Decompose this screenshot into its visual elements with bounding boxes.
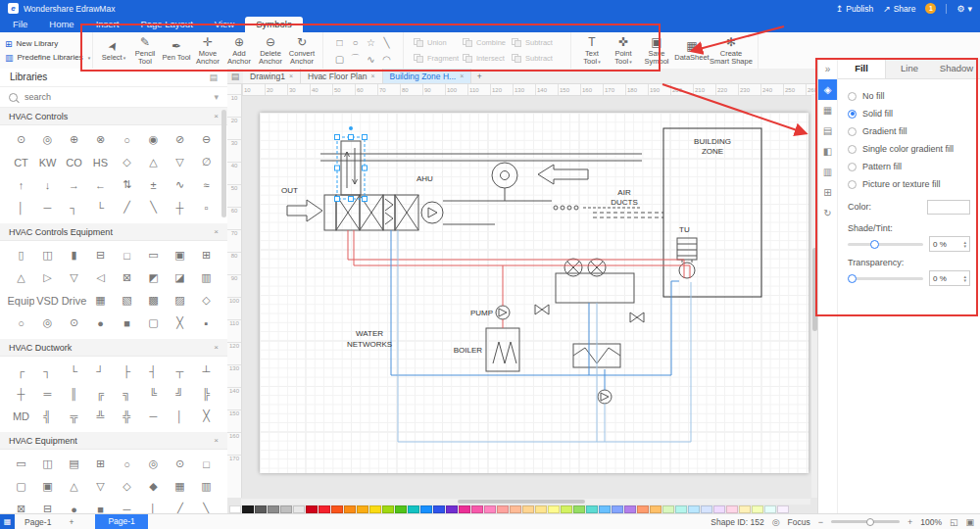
focus-label[interactable]: Focus xyxy=(788,517,810,527)
library-symbol[interactable]: ▣ xyxy=(167,244,193,266)
history-icon[interactable]: ↻ xyxy=(818,203,837,223)
publish-button[interactable]: ↥ Publish xyxy=(836,4,873,14)
color-swatch[interactable] xyxy=(726,505,738,513)
option-no-fill[interactable]: No fill xyxy=(848,87,970,105)
library-symbol[interactable]: ┴ xyxy=(193,360,220,382)
document-tab-active[interactable]: Building Zone H... × xyxy=(383,69,472,83)
color-swatch[interactable] xyxy=(662,505,674,513)
zoom-slider[interactable] xyxy=(831,520,900,523)
sidebar-scrollbar[interactable] xyxy=(221,110,226,217)
library-symbol[interactable]: ▥ xyxy=(193,475,220,498)
boolean-op-button[interactable]: Combine xyxy=(463,35,512,51)
libraries-menu-icon[interactable]: ▤ xyxy=(209,69,218,86)
library-symbol[interactable]: ⊙ xyxy=(61,312,87,334)
library-symbol[interactable]: ↓ xyxy=(34,173,61,196)
page-icon[interactable]: ▥ xyxy=(818,162,837,182)
library-symbol[interactable]: KW xyxy=(34,151,61,173)
background-icon[interactable]: ▤ xyxy=(818,120,837,141)
add-document-button[interactable]: + xyxy=(471,69,487,83)
library-symbol[interactable]: ═ xyxy=(34,382,61,405)
library-symbol[interactable]: ┘ xyxy=(87,360,114,382)
boolean-op-button[interactable]: Fragment xyxy=(414,51,463,67)
add-page-button[interactable]: + xyxy=(61,517,81,527)
library-symbol[interactable]: ▽ xyxy=(61,266,87,289)
library-symbol[interactable]: ○ xyxy=(114,453,140,475)
library-symbol[interactable]: └ xyxy=(87,196,114,218)
library-symbol[interactable]: △ xyxy=(8,266,34,289)
library-symbol[interactable]: ╚ xyxy=(140,382,167,405)
shape-tool-button[interactable]: ▢ xyxy=(332,51,347,67)
color-swatch[interactable] xyxy=(739,505,751,513)
color-swatch[interactable] xyxy=(280,505,292,513)
menu-symbols[interactable]: Symbols xyxy=(245,17,302,32)
library-symbol[interactable]: Drive xyxy=(61,289,87,312)
library-symbol[interactable]: ▢ xyxy=(8,475,34,498)
library-symbol[interactable]: ▷ xyxy=(34,266,61,289)
library-symbol[interactable]: Equip xyxy=(8,289,34,312)
library-symbol[interactable]: ○ xyxy=(114,128,140,151)
section-header[interactable]: HVAC Controls Equipment × xyxy=(0,223,227,241)
library-symbol[interactable]: ◇ xyxy=(114,475,140,498)
library-symbol[interactable]: ┤ xyxy=(140,360,167,382)
point-tool-button[interactable]: ✜ Point Tool▾ xyxy=(608,36,639,66)
transparency-stepper[interactable]: 0 % ▴▾ xyxy=(929,270,970,286)
library-symbol[interactable]: ╲ xyxy=(140,196,167,218)
library-symbol[interactable]: ⊟ xyxy=(87,244,114,266)
zoom-in-button[interactable]: + xyxy=(907,517,912,527)
tab-fill[interactable]: Fill xyxy=(838,59,886,78)
close-icon[interactable]: × xyxy=(460,72,464,79)
library-symbol[interactable]: ◇ xyxy=(193,289,220,312)
color-swatch[interactable] xyxy=(764,505,776,513)
library-symbol[interactable]: ∿ xyxy=(167,173,193,196)
boolean-op-button[interactable]: Subtract xyxy=(512,51,561,67)
color-swatch[interactable] xyxy=(561,505,572,513)
library-symbol[interactable]: ∅ xyxy=(193,151,220,173)
library-symbol[interactable]: ○ xyxy=(8,312,34,334)
library-symbol[interactable]: ▫ xyxy=(193,196,220,218)
library-symbol[interactable]: ◎ xyxy=(34,128,61,151)
option-solid-fill[interactable]: Solid fill xyxy=(848,105,970,122)
library-symbol[interactable]: ┼ xyxy=(167,196,193,218)
color-swatch[interactable] xyxy=(599,505,611,513)
color-swatch[interactable] xyxy=(344,505,356,513)
library-symbol[interactable]: ◫ xyxy=(34,244,61,266)
color-swatch[interactable] xyxy=(573,505,585,513)
page-list-label[interactable]: Page-1 xyxy=(15,517,61,527)
library-symbol[interactable]: └ xyxy=(61,360,87,382)
library-symbol[interactable]: CO xyxy=(61,151,87,173)
library-symbol[interactable]: ┬ xyxy=(167,360,193,382)
library-symbol[interactable]: ▭ xyxy=(140,244,167,266)
delete-anchor-button[interactable]: ⊖ Delete Anchor xyxy=(255,36,286,66)
color-swatch[interactable] xyxy=(395,505,407,513)
library-symbol[interactable]: ⊠ xyxy=(114,266,140,289)
library-symbol[interactable]: ╳ xyxy=(193,405,220,427)
pages-menu-icon[interactable]: ▤ xyxy=(227,69,243,83)
text-tool-button[interactable]: T Text Tool▾ xyxy=(576,36,608,66)
library-symbol[interactable]: □ xyxy=(114,244,140,266)
library-symbol[interactable]: ⊙ xyxy=(167,453,193,475)
library-symbol[interactable]: ▪ xyxy=(193,312,220,334)
shape-tool-button[interactable]: □ xyxy=(332,34,347,50)
library-symbol[interactable]: ⊙ xyxy=(8,128,34,151)
pen-tool-button[interactable]: ✒ Pen Tool xyxy=(161,40,192,62)
shape-tool-button[interactable]: ⌒ xyxy=(348,51,363,67)
datasheet-button[interactable]: ▦ DataSheet xyxy=(674,40,710,62)
library-symbol[interactable]: ⊞ xyxy=(87,453,114,475)
color-swatch[interactable] xyxy=(637,505,649,513)
shape-tool-button[interactable]: ○ xyxy=(348,34,363,50)
color-swatch[interactable] xyxy=(242,505,254,513)
tab-line[interactable]: Line xyxy=(886,59,933,78)
selection-handles[interactable] xyxy=(335,126,368,202)
canvas-horizontal-scrollbar[interactable] xyxy=(241,499,810,505)
library-symbol[interactable]: ╬ xyxy=(114,405,140,427)
color-swatch[interactable] xyxy=(535,505,547,513)
library-symbol[interactable]: ⊟ xyxy=(34,498,61,514)
color-swatch[interactable] xyxy=(701,505,712,513)
component-icon[interactable]: ▦ xyxy=(818,100,837,120)
close-icon[interactable]: × xyxy=(214,436,219,445)
menu-page-layout[interactable]: Page Layout xyxy=(129,17,203,32)
library-symbol[interactable]: ▽ xyxy=(167,151,193,173)
library-symbol[interactable]: ■ xyxy=(87,498,114,514)
library-symbol[interactable]: ─ xyxy=(114,498,140,514)
library-symbol[interactable]: ◇ xyxy=(114,151,140,173)
